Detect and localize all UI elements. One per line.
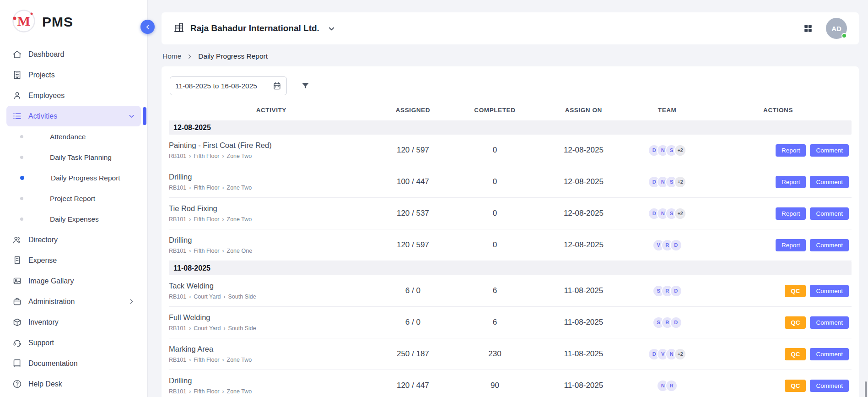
sidebar-item-documentation[interactable]: Documentation xyxy=(6,353,141,374)
qc-button[interactable]: QC xyxy=(785,316,806,329)
team-avatars: DNS+2 xyxy=(630,207,705,220)
path-segment: South Side xyxy=(228,294,256,300)
sidebar-item-expense[interactable]: Expense xyxy=(6,250,141,271)
chevron-right-icon: › xyxy=(222,153,224,159)
sidebar-item-image-gallary[interactable]: Image Gallary xyxy=(6,271,141,291)
activity-name[interactable]: Drilling xyxy=(169,376,374,385)
team-more-badge[interactable]: +2 xyxy=(674,348,686,360)
sidebar-item-label: Administration xyxy=(28,298,75,306)
comment-button[interactable]: Comment xyxy=(810,176,849,188)
sidebar-item-support[interactable]: Support xyxy=(6,332,141,353)
sidebar-item-dashboard[interactable]: Dashboard xyxy=(6,44,141,65)
sidebar-item-activities[interactable]: Activities xyxy=(6,106,141,126)
bullet-dot-icon xyxy=(20,197,23,200)
report-button[interactable]: Report xyxy=(776,207,806,220)
team-avatar[interactable]: D xyxy=(670,239,682,251)
administration-icon xyxy=(12,297,22,307)
filter-icon[interactable] xyxy=(301,81,310,91)
path-segment: RB101 xyxy=(169,294,186,300)
team-avatar[interactable]: D xyxy=(670,316,682,329)
activity-name[interactable]: Tie Rod Fixing xyxy=(169,204,374,213)
date-range-picker[interactable] xyxy=(170,76,287,95)
activity-path: RB101›Fifth Floor›Zone Two xyxy=(169,153,374,159)
date-group-header: 12-08-2025 xyxy=(169,120,852,135)
breadcrumb-home[interactable]: Home xyxy=(162,52,181,60)
sidebar-subitem-attendance[interactable]: Attendance xyxy=(0,126,147,147)
activity-name[interactable]: Full Welding xyxy=(169,313,374,322)
path-segment: RB101 xyxy=(169,357,186,363)
page-scrollbar[interactable] xyxy=(865,381,867,397)
activity-name[interactable]: Drilling xyxy=(169,173,374,181)
app-logo[interactable]: M PMS xyxy=(0,0,147,42)
assign-on-value: 11-08-2025 xyxy=(538,381,630,390)
team-more-badge[interactable]: +2 xyxy=(674,144,686,157)
user-avatar[interactable]: AD xyxy=(826,18,847,39)
sidebar-item-directory[interactable]: Directory xyxy=(6,229,141,250)
comment-button[interactable]: Comment xyxy=(810,144,849,157)
sidebar-item-administration[interactable]: Administration xyxy=(6,291,141,312)
row-actions: QCComment xyxy=(705,380,852,392)
comment-button[interactable]: Comment xyxy=(810,239,849,251)
sidebar-nav: DashboardProjectsEmployeesActivitiesAtte… xyxy=(0,42,147,394)
comment-button[interactable]: Comment xyxy=(810,348,849,360)
sidebar-item-employees[interactable]: Employees xyxy=(6,85,141,106)
row-actions: QCComment xyxy=(705,348,852,360)
team-more-badge[interactable]: +2 xyxy=(674,176,686,188)
sidebar-item-projects[interactable]: Projects xyxy=(6,65,141,85)
date-group-header: 11-08-2025 xyxy=(169,261,852,275)
logo-text: PMS xyxy=(42,14,73,30)
sidebar-item-label: Inventory xyxy=(28,318,59,326)
sidebar-subitem-label: Daily Expenses xyxy=(50,215,99,223)
comment-button[interactable]: Comment xyxy=(810,207,849,220)
bullet-dot-icon xyxy=(20,135,23,138)
report-button[interactable]: Report xyxy=(776,144,806,157)
path-segment: Fifth Floor xyxy=(194,357,219,363)
activity-name[interactable]: Drilling xyxy=(169,236,374,245)
sidebar-item-inventory[interactable]: Inventory xyxy=(6,312,141,332)
sidebar-item-help-desk[interactable]: Help Desk xyxy=(6,374,141,394)
apps-grid-icon[interactable] xyxy=(803,23,813,33)
report-button[interactable]: Report xyxy=(776,239,806,251)
company-selector[interactable]: Raja Bahadur International Ltd. xyxy=(173,22,336,35)
completed-value: 0 xyxy=(452,240,538,250)
qc-button[interactable]: QC xyxy=(785,380,806,392)
sidebar-subitem-daily-expenses[interactable]: Daily Expenses xyxy=(0,209,147,229)
team-more-badge[interactable]: +2 xyxy=(674,207,686,220)
path-segment: RB101 xyxy=(169,153,186,159)
table-row: Tie Rod FixingRB101›Fifth Floor›Zone Two… xyxy=(169,198,852,229)
path-segment: Zone Two xyxy=(227,216,252,223)
date-range-input[interactable] xyxy=(175,82,267,90)
qc-button[interactable]: QC xyxy=(785,348,806,360)
comment-button[interactable]: Comment xyxy=(810,285,849,297)
assigned-value: 6 / 0 xyxy=(374,318,453,327)
sidebar-subitem-label: Project Report xyxy=(50,195,95,203)
team-avatar[interactable]: D xyxy=(670,285,682,297)
team-avatar[interactable]: R xyxy=(665,380,678,392)
activity-path: RB101›Fifth Floor›Zone Two xyxy=(169,357,374,363)
sidebar-subitem-project-report[interactable]: Project Report xyxy=(0,188,147,209)
chevron-right-icon: › xyxy=(222,248,224,254)
sidebar-collapse-button[interactable] xyxy=(140,20,155,34)
activity-name[interactable]: Tack Welding xyxy=(169,282,374,290)
comment-button[interactable]: Comment xyxy=(810,316,849,329)
qc-button[interactable]: QC xyxy=(785,285,806,297)
sidebar-subitem-label: Daily Progress Report xyxy=(51,174,120,182)
online-status-dot xyxy=(841,33,847,38)
chevron-right-icon: › xyxy=(189,294,191,300)
path-segment: Zone One xyxy=(227,248,253,254)
completed-value: 6 xyxy=(452,286,538,295)
activity-path: RB101›Fifth Floor›Zone Two xyxy=(169,185,374,191)
row-actions: ReportComment xyxy=(705,239,852,251)
report-button[interactable]: Report xyxy=(776,176,806,188)
chevron-right-icon: › xyxy=(189,216,191,223)
assigned-value: 6 / 0 xyxy=(374,286,453,295)
table-header: ACTIVITYASSIGNEDCOMPLETEDASSIGN ONTEAMAC… xyxy=(169,99,852,120)
sidebar-subitem-daily-task-planning[interactable]: Daily Task Planning xyxy=(0,147,147,168)
activity-name[interactable]: Painting - First Coat (Fire Red) xyxy=(169,141,374,150)
assign-on-value: 11-08-2025 xyxy=(538,286,630,295)
comment-button[interactable]: Comment xyxy=(810,380,849,392)
sidebar-subitem-daily-progress-report[interactable]: Daily Progress Report xyxy=(0,168,147,188)
activity-name[interactable]: Marking Area xyxy=(169,345,374,353)
team-avatars: VRD xyxy=(630,239,705,251)
sidebar-item-label: Dashboard xyxy=(28,50,64,59)
